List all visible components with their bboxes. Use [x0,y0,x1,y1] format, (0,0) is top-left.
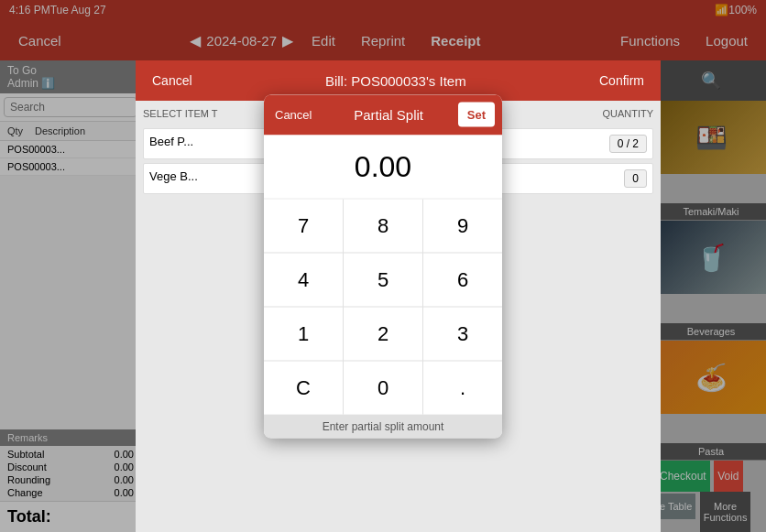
numpad-5[interactable]: 5 [344,253,422,306]
bill-cancel-button[interactable]: Cancel [143,68,202,93]
bill-item-name-1: Beef P... [149,135,193,153]
numpad-4[interactable]: 4 [264,253,343,306]
numpad-1[interactable]: 1 [264,307,343,360]
numpad-decimal[interactable]: . [423,361,502,414]
select-item-label: SELECT ITEM T [143,108,218,119]
bill-item-qty-2[interactable]: 0 [624,169,647,188]
numpad-7[interactable]: 7 [264,199,343,252]
bill-modal-title: Bill: POS000033's Item [202,73,590,89]
numpad-c[interactable]: C [264,361,343,414]
bill-item-qty-1[interactable]: 0 / 2 [609,135,647,153]
numpad-2[interactable]: 2 [344,307,422,360]
numpad-9[interactable]: 9 [423,199,502,252]
numpad-0[interactable]: 0 [344,361,422,414]
numpad-3[interactable]: 3 [423,307,502,360]
partial-cancel-button[interactable]: Cancel [268,103,319,127]
numpad-hint: Enter partial split amount [264,414,502,438]
partial-split-modal: Cancel Partial Split Set 0.00 7 8 9 4 5 … [264,94,502,438]
partial-set-button[interactable]: Set [458,103,495,127]
numpad: 7 8 9 4 5 6 1 2 3 C 0 . [264,199,502,414]
numpad-6[interactable]: 6 [423,253,502,306]
partial-modal-header: Cancel Partial Split Set [264,94,502,135]
bill-item-name-2: Vege B... [149,169,198,188]
bill-confirm-button[interactable]: Confirm [590,68,653,93]
partial-modal-title: Partial Split [319,107,457,123]
partial-display: 0.00 [264,135,502,199]
quantity-label: QUANTITY [602,108,653,119]
numpad-8[interactable]: 8 [344,199,422,252]
